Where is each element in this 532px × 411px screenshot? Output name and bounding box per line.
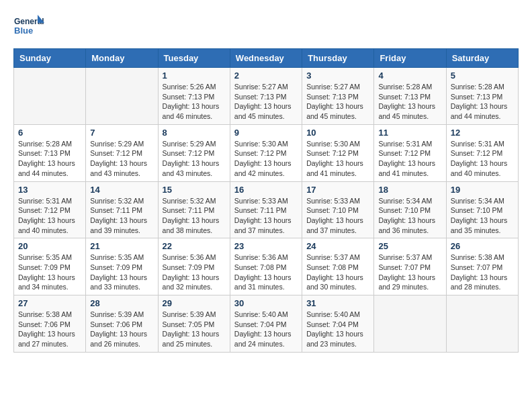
- day-number: 14: [90, 185, 153, 195]
- day-number: 1: [163, 71, 226, 81]
- calendar-cell: 9Sunrise: 5:30 AM Sunset: 7:12 PM Daylig…: [230, 124, 302, 181]
- day-info: Sunrise: 5:33 AM Sunset: 7:10 PM Dayligh…: [306, 196, 369, 236]
- day-number: 7: [90, 128, 153, 138]
- calendar-cell: 3Sunrise: 5:27 AM Sunset: 7:13 PM Daylig…: [302, 68, 374, 125]
- calendar-cell: 17Sunrise: 5:33 AM Sunset: 7:10 PM Dayli…: [302, 181, 374, 238]
- calendar-cell: 15Sunrise: 5:32 AM Sunset: 7:11 PM Dayli…: [158, 181, 230, 238]
- calendar-week-row: 27Sunrise: 5:38 AM Sunset: 7:06 PM Dayli…: [14, 295, 519, 353]
- day-info: Sunrise: 5:39 AM Sunset: 7:06 PM Dayligh…: [90, 310, 153, 349]
- calendar-week-row: 6Sunrise: 5:28 AM Sunset: 7:13 PM Daylig…: [14, 124, 519, 181]
- calendar-cell: 29Sunrise: 5:39 AM Sunset: 7:05 PM Dayli…: [158, 295, 230, 353]
- day-number: 25: [378, 241, 441, 251]
- calendar-cell: 7Sunrise: 5:29 AM Sunset: 7:12 PM Daylig…: [86, 124, 158, 181]
- day-info: Sunrise: 5:31 AM Sunset: 7:12 PM Dayligh…: [378, 139, 441, 179]
- day-number: 26: [451, 241, 514, 251]
- day-number: 12: [451, 128, 514, 138]
- calendar-cell: 10Sunrise: 5:30 AM Sunset: 7:12 PM Dayli…: [302, 124, 374, 181]
- day-info: Sunrise: 5:38 AM Sunset: 7:06 PM Dayligh…: [18, 310, 81, 349]
- day-info: Sunrise: 5:37 AM Sunset: 7:07 PM Dayligh…: [378, 253, 441, 292]
- day-info: Sunrise: 5:28 AM Sunset: 7:13 PM Dayligh…: [451, 82, 514, 122]
- day-number: 21: [90, 241, 153, 251]
- calendar-cell: 24Sunrise: 5:37 AM Sunset: 7:08 PM Dayli…: [302, 238, 374, 295]
- page-header: General Blue: [13, 13, 519, 42]
- day-info: Sunrise: 5:40 AM Sunset: 7:04 PM Dayligh…: [234, 310, 298, 349]
- day-number: 19: [451, 185, 514, 195]
- day-number: 23: [234, 241, 298, 251]
- calendar-cell: 14Sunrise: 5:32 AM Sunset: 7:11 PM Dayli…: [86, 181, 158, 238]
- calendar-cell: 6Sunrise: 5:28 AM Sunset: 7:13 PM Daylig…: [14, 124, 86, 181]
- day-number: 13: [18, 185, 81, 195]
- day-info: Sunrise: 5:31 AM Sunset: 7:12 PM Dayligh…: [451, 139, 514, 179]
- calendar-cell: 8Sunrise: 5:29 AM Sunset: 7:12 PM Daylig…: [158, 124, 230, 181]
- day-number: 9: [234, 128, 298, 138]
- day-number: 18: [378, 185, 441, 195]
- day-info: Sunrise: 5:30 AM Sunset: 7:12 PM Dayligh…: [306, 139, 369, 179]
- calendar-header-row: SundayMondayTuesdayWednesdayThursdayFrid…: [14, 49, 519, 68]
- day-info: Sunrise: 5:30 AM Sunset: 7:12 PM Dayligh…: [234, 139, 298, 179]
- weekday-header: Thursday: [302, 49, 374, 68]
- logo-svg: General Blue: [13, 13, 47, 42]
- calendar-cell: 22Sunrise: 5:36 AM Sunset: 7:09 PM Dayli…: [158, 238, 230, 295]
- day-number: 22: [163, 241, 226, 251]
- day-info: Sunrise: 5:35 AM Sunset: 7:09 PM Dayligh…: [90, 253, 153, 292]
- calendar-table: SundayMondayTuesdayWednesdayThursdayFrid…: [13, 48, 519, 353]
- day-number: 29: [163, 298, 226, 308]
- weekday-header: Monday: [86, 49, 158, 68]
- day-number: 24: [306, 241, 369, 251]
- day-number: 11: [378, 128, 441, 138]
- day-number: 20: [18, 241, 81, 251]
- day-number: 4: [378, 71, 441, 81]
- calendar-week-row: 13Sunrise: 5:31 AM Sunset: 7:12 PM Dayli…: [14, 181, 519, 238]
- day-info: Sunrise: 5:39 AM Sunset: 7:05 PM Dayligh…: [163, 310, 226, 349]
- weekday-header: Friday: [374, 49, 446, 68]
- calendar-cell: 30Sunrise: 5:40 AM Sunset: 7:04 PM Dayli…: [230, 295, 302, 353]
- day-number: 2: [234, 71, 298, 81]
- day-info: Sunrise: 5:36 AM Sunset: 7:08 PM Dayligh…: [234, 253, 298, 292]
- day-number: 17: [306, 185, 369, 195]
- calendar-cell: 28Sunrise: 5:39 AM Sunset: 7:06 PM Dayli…: [86, 295, 158, 353]
- calendar-cell: 21Sunrise: 5:35 AM Sunset: 7:09 PM Dayli…: [86, 238, 158, 295]
- day-number: 10: [306, 128, 369, 138]
- weekday-header: Tuesday: [158, 49, 230, 68]
- day-number: 27: [18, 298, 81, 308]
- day-info: Sunrise: 5:36 AM Sunset: 7:09 PM Dayligh…: [163, 253, 226, 292]
- calendar-cell: 18Sunrise: 5:34 AM Sunset: 7:10 PM Dayli…: [374, 181, 446, 238]
- day-info: Sunrise: 5:32 AM Sunset: 7:11 PM Dayligh…: [90, 196, 153, 236]
- weekday-header: Wednesday: [230, 49, 302, 68]
- day-number: 15: [163, 185, 226, 195]
- svg-text:Blue: Blue: [14, 26, 33, 36]
- day-info: Sunrise: 5:35 AM Sunset: 7:09 PM Dayligh…: [18, 253, 81, 292]
- calendar-cell: 26Sunrise: 5:38 AM Sunset: 7:07 PM Dayli…: [446, 238, 518, 295]
- calendar-cell: 13Sunrise: 5:31 AM Sunset: 7:12 PM Dayli…: [14, 181, 86, 238]
- calendar-cell: 12Sunrise: 5:31 AM Sunset: 7:12 PM Dayli…: [446, 124, 518, 181]
- day-number: 8: [163, 128, 226, 138]
- weekday-header: Saturday: [446, 49, 518, 68]
- day-info: Sunrise: 5:32 AM Sunset: 7:11 PM Dayligh…: [163, 196, 226, 236]
- calendar-cell: [446, 295, 518, 353]
- day-number: 6: [18, 128, 81, 138]
- calendar-cell: 4Sunrise: 5:28 AM Sunset: 7:13 PM Daylig…: [374, 68, 446, 125]
- day-info: Sunrise: 5:28 AM Sunset: 7:13 PM Dayligh…: [18, 139, 81, 179]
- calendar-week-row: 20Sunrise: 5:35 AM Sunset: 7:09 PM Dayli…: [14, 238, 519, 295]
- day-info: Sunrise: 5:27 AM Sunset: 7:13 PM Dayligh…: [234, 82, 298, 122]
- calendar-cell: 5Sunrise: 5:28 AM Sunset: 7:13 PM Daylig…: [446, 68, 518, 125]
- calendar-cell: [86, 68, 158, 125]
- day-info: Sunrise: 5:34 AM Sunset: 7:10 PM Dayligh…: [451, 196, 514, 236]
- day-number: 28: [90, 298, 153, 308]
- day-info: Sunrise: 5:29 AM Sunset: 7:12 PM Dayligh…: [90, 139, 153, 179]
- day-number: 16: [234, 185, 298, 195]
- day-info: Sunrise: 5:38 AM Sunset: 7:07 PM Dayligh…: [451, 253, 514, 292]
- calendar-week-row: 1Sunrise: 5:26 AM Sunset: 7:13 PM Daylig…: [14, 68, 519, 125]
- day-info: Sunrise: 5:28 AM Sunset: 7:13 PM Dayligh…: [378, 82, 441, 122]
- day-info: Sunrise: 5:27 AM Sunset: 7:13 PM Dayligh…: [306, 82, 369, 122]
- day-info: Sunrise: 5:34 AM Sunset: 7:10 PM Dayligh…: [378, 196, 441, 236]
- day-info: Sunrise: 5:31 AM Sunset: 7:12 PM Dayligh…: [18, 196, 81, 236]
- day-number: 3: [306, 71, 369, 81]
- weekday-header: Sunday: [14, 49, 86, 68]
- calendar-cell: 11Sunrise: 5:31 AM Sunset: 7:12 PM Dayli…: [374, 124, 446, 181]
- calendar-cell: 27Sunrise: 5:38 AM Sunset: 7:06 PM Dayli…: [14, 295, 86, 353]
- day-info: Sunrise: 5:26 AM Sunset: 7:13 PM Dayligh…: [163, 82, 226, 122]
- calendar-cell: [374, 295, 446, 353]
- calendar-cell: 16Sunrise: 5:33 AM Sunset: 7:11 PM Dayli…: [230, 181, 302, 238]
- calendar-cell: 1Sunrise: 5:26 AM Sunset: 7:13 PM Daylig…: [158, 68, 230, 125]
